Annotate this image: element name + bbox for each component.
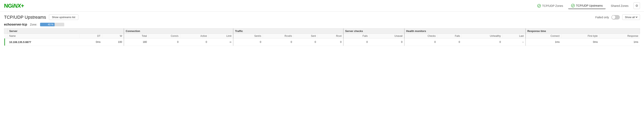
col-sort [4, 34, 8, 38]
cell-fails: 0 [343, 38, 369, 46]
group-header-traffic: Traffic [233, 28, 343, 34]
col-unavail: Unavail [369, 34, 404, 38]
cell-connect: 1ms [526, 38, 561, 46]
table-row: 10.108.135.5:8877 0ms 100 180 0 0 ∞ 0 0 … [4, 38, 640, 46]
header: NGiNX+ TCP/UDP Zones TCP/UDP Upstreams S… [0, 0, 644, 12]
tab-tcp-udp-zones-label: TCP/UDP Zones [542, 4, 563, 7]
gear-icon: ⚙ [635, 4, 638, 7]
group-header-health-monitors: Health monitors [404, 28, 526, 34]
cell-firstbyte: 0ms [561, 38, 599, 46]
table-group-header-row: Server Connection Traffic Server checks … [4, 28, 640, 34]
nav-tabs: TCP/UDP Zones TCP/UDP Upstreams Shared Z… [534, 2, 640, 9]
group-header-server: Server [8, 28, 124, 34]
group-header-server-checks: Server checks [343, 28, 404, 34]
col-limit: Limit [209, 34, 233, 38]
show-upstreams-list-button[interactable]: Show upstreams list [49, 14, 78, 20]
logo-nx: NX [14, 2, 21, 9]
logo: NGiNX+ [4, 2, 24, 9]
zone-name: echoserver-tcp [4, 23, 27, 26]
check-icon-upstreams [571, 4, 575, 7]
tab-shared-zones[interactable]: Shared Zones [608, 3, 632, 9]
cell-total: 180 [124, 38, 148, 46]
zone-row: echoserver-tcp Zone: 40 % [0, 21, 644, 28]
cell-rcvds: 0 [263, 38, 294, 46]
svg-point-1 [571, 4, 574, 7]
cell-rcvd: 0 [318, 38, 343, 46]
zone-bar-container: 40 % [40, 23, 54, 26]
cell-last: – [502, 38, 526, 46]
cell-sent: 0 [294, 38, 318, 46]
col-connect: Connect [526, 34, 561, 38]
col-firstbyte: First byte [561, 34, 599, 38]
cell-limit: ∞ [209, 38, 233, 46]
failed-only-label: Failed only [595, 16, 609, 19]
col-rcvds: Rcvd/s [263, 34, 294, 38]
zone-pct-badge: 40 % [47, 23, 54, 26]
show-all-select-wrapper[interactable]: Show all [622, 14, 640, 20]
col-response: Response [599, 34, 640, 38]
col-checks: Checks [404, 34, 438, 38]
col-last: Last [502, 34, 526, 38]
col-active: Active [180, 34, 209, 38]
toolbar-right: Failed only Show all [595, 14, 640, 20]
table-sub-header-row: Name DT W Total Conn/s Active Limit Sent… [4, 34, 640, 38]
group-header-response-time: Response time [526, 28, 640, 34]
toolbar-left: TCP/UDP Upstreams Show upstreams list [4, 14, 78, 20]
sort-col-header [4, 28, 8, 34]
cell-name: 10.108.135.5:8877 [8, 38, 80, 46]
cell-checks: 0 [404, 38, 438, 46]
cell-unhealthy: 0 [462, 38, 503, 46]
toolbar: TCP/UDP Upstreams Show upstreams list Fa… [0, 12, 644, 21]
upstreams-table: Server Connection Traffic Server checks … [4, 28, 640, 46]
table-wrap: Server Connection Traffic Server checks … [0, 28, 644, 46]
status-indicator [4, 38, 5, 46]
col-fails: Fails [343, 34, 369, 38]
check-icon-zones [537, 4, 541, 8]
col-name: Name [8, 34, 80, 38]
tab-tcp-udp-upstreams[interactable]: TCP/UDP Upstreams [568, 2, 606, 9]
col-sent: Sent [294, 34, 318, 38]
col-conns: Conn/s [148, 34, 180, 38]
cell-active: 0 [180, 38, 209, 46]
col-dt: DT [79, 34, 102, 38]
svg-point-0 [538, 4, 541, 7]
col-rcvd: Rcvd [318, 34, 343, 38]
col-h-fails: Fails [438, 34, 462, 38]
tab-tcp-udp-upstreams-label: TCP/UDP Upstreams [576, 4, 603, 7]
logo-plus: + [21, 2, 24, 9]
logo-text: NGi [4, 2, 14, 9]
cell-conns: 0 [148, 38, 180, 46]
failed-only-toggle[interactable] [612, 15, 620, 19]
col-w: W [102, 34, 124, 38]
tab-shared-zones-label: Shared Zones [611, 4, 628, 7]
page-title: TCP/UDP Upstreams [4, 15, 46, 20]
zone-label: Zone: [30, 23, 37, 26]
cell-response: 1ms [599, 38, 640, 46]
group-header-connection: Connection [124, 28, 233, 34]
server-name: 10.108.135.5:8877 [9, 41, 31, 44]
show-all-select[interactable]: Show all [624, 15, 638, 19]
tab-tcp-udp-zones[interactable]: TCP/UDP Zones [534, 2, 566, 9]
cell-unavail: 0 [369, 38, 404, 46]
table-body: 10.108.135.5:8877 0ms 100 180 0 0 ∞ 0 0 … [4, 38, 640, 46]
cell-dt: 0ms [79, 38, 102, 46]
cell-sents: 0 [233, 38, 263, 46]
col-unhealthy: Unhealthy [462, 34, 503, 38]
cell-h-fails: 0 [438, 38, 462, 46]
col-sents: Sent/s [233, 34, 263, 38]
col-total: Total [124, 34, 148, 38]
cell-w: 100 [102, 38, 124, 46]
gear-button[interactable]: ⚙ [634, 2, 640, 9]
